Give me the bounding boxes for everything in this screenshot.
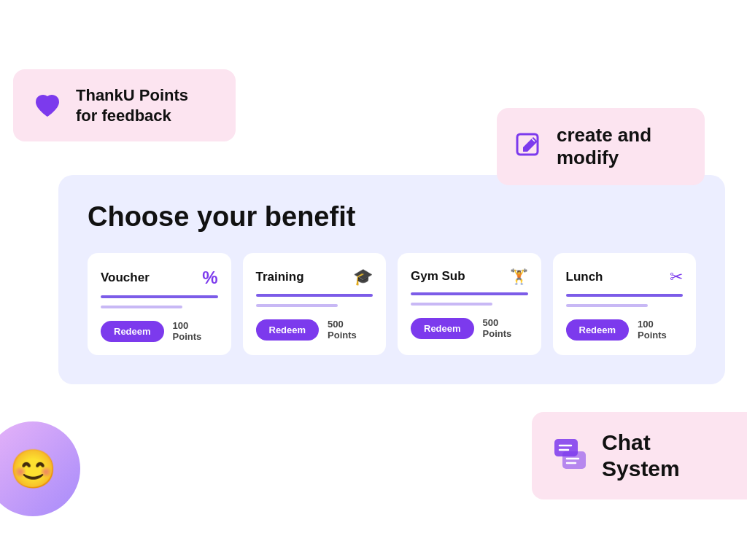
card-footer-voucher: Redeem 100 Points [101,320,218,342]
thanku-card: ThankU Points for feedback [13,69,236,141]
redeem-btn-voucher[interactable]: Redeem [101,321,164,342]
create-card: create and modify [497,108,705,185]
points-lunch: 100 Points [638,319,683,341]
points-gym: 500 Points [483,317,528,339]
chat-card: Chat System [532,412,747,499]
gym-icon: 🏋 [510,268,528,285]
points-voucher: 100 Points [173,320,218,342]
thanku-text: ThankU Points for feedback [76,85,188,125]
card-title-gym: Gym Sub [411,269,465,284]
lunch-icon: ✂ [670,268,683,287]
benefit-card-training: Training 🎓 Redeem 500 Points [243,253,387,355]
avatar-face: 😊 [9,450,57,488]
redeem-btn-gym[interactable]: Redeem [411,318,474,339]
card-header-training: Training 🎓 [256,268,374,287]
card-line-5 [411,292,528,295]
create-text: create and modify [557,124,651,169]
avatar-circle: 😊 [0,421,80,516]
edit-icon [514,131,545,162]
card-line-2 [101,306,182,308]
card-title-training: Training [256,270,304,284]
voucher-icon: % [202,268,217,288]
card-header-lunch: Lunch ✂ [566,268,684,287]
benefit-section: Choose your benefit Voucher % Redeem 100… [58,175,725,384]
training-icon: 🎓 [353,268,373,287]
chat-icon [552,437,590,475]
card-title-lunch: Lunch [566,270,603,284]
chat-text: Chat System [602,429,680,482]
card-footer-gym: Redeem 500 Points [411,317,528,339]
card-header-gym: Gym Sub 🏋 [411,268,528,285]
cards-row: Voucher % Redeem 100 Points Training 🎓 R… [88,253,696,355]
card-line-3 [256,294,374,297]
card-line-7 [566,294,684,297]
section-title: Choose your benefit [88,201,696,233]
card-footer-training: Redeem 500 Points [256,319,374,341]
redeem-btn-lunch[interactable]: Redeem [566,319,630,341]
card-footer-lunch: Redeem 100 Points [566,319,684,341]
benefit-card-gym: Gym Sub 🏋 Redeem 500 Points [398,253,541,355]
points-training: 500 Points [328,319,373,341]
benefit-card-lunch: Lunch ✂ Redeem 100 Points [553,253,697,355]
benefit-card-voucher: Voucher % Redeem 100 Points [88,253,231,355]
card-line-6 [411,303,492,306]
card-header-voucher: Voucher % [101,268,218,288]
heart-icon [31,89,64,122]
card-line-8 [566,304,648,307]
card-line-1 [101,295,218,298]
svg-rect-2 [562,451,586,469]
card-title-voucher: Voucher [101,271,150,285]
redeem-btn-training[interactable]: Redeem [256,319,320,341]
card-line-4 [256,304,338,307]
